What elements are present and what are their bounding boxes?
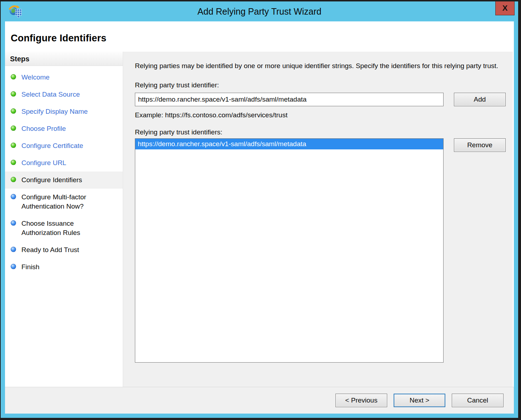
identifiers-list-label: Relying party trust identifiers:	[135, 128, 506, 136]
remove-button[interactable]: Remove	[454, 138, 506, 152]
sidebar-step-item[interactable]: Configure Certificate	[5, 137, 123, 154]
wizard-content: Configure Identifiers Steps WelcomeSelec…	[5, 21, 514, 414]
previous-button[interactable]: < Previous	[335, 394, 387, 407]
sidebar-step-label: Choose Profile	[21, 124, 66, 133]
identifier-label: Relying party trust identifier:	[135, 81, 506, 89]
steps-header-label: Steps	[5, 52, 123, 66]
next-button[interactable]: Next >	[394, 394, 445, 407]
sidebar-step-item[interactable]: Choose Profile	[5, 120, 123, 137]
wizard-window: Add Relying Party Trust Wizard X Configu…	[1, 1, 518, 418]
footer-bar: < Previous Next > Cancel	[5, 387, 514, 414]
page-header: Configure Identifiers	[5, 21, 514, 52]
identifier-input[interactable]	[135, 93, 444, 106]
desktop-background: Add Relying Party Trust Wizard X Configu…	[0, 0, 521, 420]
sidebar-step-item[interactable]: Choose Issuance Authorization Rules	[5, 215, 123, 241]
sidebar-step-item[interactable]: Configure URL	[5, 154, 123, 171]
sidebar-step-label: Specify Display Name	[21, 107, 88, 116]
page-description: Relying parties may be identified by one…	[135, 61, 499, 71]
sidebar-step-item[interactable]: Configure Identifiers	[5, 171, 123, 189]
sidebar-step-item[interactable]: Specify Display Name	[5, 103, 123, 120]
identifiers-listbox[interactable]: https://demo.rancher.space/v1-saml/adfs/…	[135, 138, 444, 363]
titlebar: Add Relying Party Trust Wizard X	[1, 1, 518, 21]
sidebar-step-label: Configure Identifiers	[21, 175, 82, 185]
add-button[interactable]: Add	[454, 93, 506, 106]
upcoming-step-bullet-icon	[11, 247, 16, 252]
close-button[interactable]: X	[495, 1, 515, 15]
completed-step-bullet-icon	[11, 126, 16, 131]
page-title: Configure Identifiers	[5, 21, 514, 44]
example-text: Example: https://fs.contoso.com/adfs/ser…	[135, 111, 506, 119]
main-panel: Relying parties may be identified by one…	[123, 52, 513, 387]
window-title: Add Relying Party Trust Wizard	[1, 1, 518, 21]
sidebar-step-label: Welcome	[21, 73, 50, 82]
sidebar-step-label: Ready to Add Trust	[21, 245, 79, 255]
sidebar-step-item[interactable]: Welcome	[5, 69, 123, 86]
sidebar-step-label: Configure Multi-factor Authentication No…	[21, 193, 97, 211]
upcoming-step-bullet-icon	[11, 194, 16, 199]
sidebar-step-item[interactable]: Finish	[5, 258, 123, 276]
upcoming-step-bullet-icon	[11, 264, 16, 269]
completed-step-bullet-icon	[11, 143, 16, 148]
completed-step-bullet-icon	[11, 108, 16, 114]
completed-step-bullet-icon	[11, 160, 16, 165]
identifier-list-item[interactable]: https://demo.rancher.space/v1-saml/adfs/…	[135, 139, 443, 149]
sidebar-step-item[interactable]: Ready to Add Trust	[5, 241, 123, 258]
sidebar-step-label: Configure URL	[21, 158, 66, 168]
sidebar-step-label: Finish	[21, 262, 40, 272]
sidebar-step-label: Select Data Source	[21, 90, 80, 99]
upcoming-step-bullet-icon	[11, 220, 16, 226]
sidebar-step-label: Choose Issuance Authorization Rules	[21, 219, 97, 237]
sidebar-step-item[interactable]: Configure Multi-factor Authentication No…	[5, 189, 123, 215]
steps-sidebar: Steps WelcomeSelect Data SourceSpecify D…	[5, 52, 123, 387]
completed-step-bullet-icon	[11, 74, 16, 80]
completed-step-bullet-icon	[11, 177, 16, 182]
completed-step-bullet-icon	[11, 91, 16, 97]
steps-list: WelcomeSelect Data SourceSpecify Display…	[5, 66, 123, 276]
sidebar-step-label: Configure Certificate	[21, 141, 83, 150]
cancel-button[interactable]: Cancel	[452, 394, 504, 407]
sidebar-step-item[interactable]: Select Data Source	[5, 86, 123, 103]
